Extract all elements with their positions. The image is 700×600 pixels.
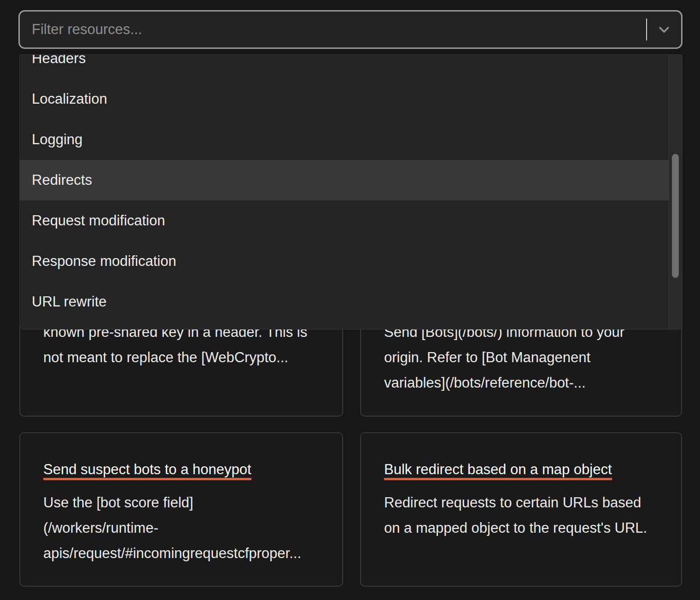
dropdown-option-headers[interactable]: Headers bbox=[20, 54, 669, 79]
card-body: Use the [bot score field] (/workers/runt… bbox=[43, 490, 328, 566]
dropdown-scrollbar-track[interactable] bbox=[669, 55, 682, 329]
filter-input[interactable] bbox=[20, 12, 681, 47]
input-divider bbox=[646, 18, 647, 41]
chevron-down-icon[interactable] bbox=[656, 22, 672, 37]
dropdown-option-url-rewrite[interactable]: URL rewrite bbox=[20, 282, 669, 322]
card-body-line: origin. Refer to [Bot Managenent bbox=[384, 345, 667, 370]
card-body: Send [Bots](/bots/) information to your … bbox=[384, 319, 667, 395]
resource-card-honeypot: Send suspect bots to a honeypot Use the … bbox=[19, 432, 343, 587]
bulk-redirect-card-title-link[interactable]: Bulk redirect based on a map object bbox=[384, 463, 612, 480]
filter-combobox bbox=[18, 10, 682, 49]
card-body-line: (/workers/runtime- bbox=[43, 515, 328, 541]
dropdown-option-request-modification[interactable]: Request modification bbox=[20, 200, 669, 241]
card-body: Redirect requests to certain URLs based … bbox=[384, 490, 667, 541]
resources-filter-page: known pre-shared key in a header. This i… bbox=[0, 0, 700, 600]
card-body-line: Redirect requests to certain URLs based bbox=[384, 490, 667, 515]
card-body-line: on a mapped object to the request's URL. bbox=[384, 515, 667, 541]
resource-card-bulk-redirect: Bulk redirect based on a map object Redi… bbox=[360, 432, 682, 587]
dropdown-option-redirects[interactable]: Redirects bbox=[20, 160, 669, 200]
dropdown-options-list: Headers Localization Logging Redirects R… bbox=[20, 54, 669, 322]
card-body-line: variables](/bots/reference/bot-... bbox=[384, 370, 667, 395]
card-body-line: apis/request/#incomingrequestcfproper... bbox=[43, 541, 328, 566]
honeypot-card-title-link[interactable]: Send suspect bots to a honeypot bbox=[43, 463, 251, 480]
card-body-line: Use the [bot score field] bbox=[43, 490, 328, 515]
dropdown-option-localization[interactable]: Localization bbox=[20, 79, 669, 119]
dropdown-scrollbar-thumb[interactable] bbox=[672, 154, 679, 278]
card-body-line: not meant to replace the [WebCrypto... bbox=[43, 345, 328, 370]
dropdown-option-logging[interactable]: Logging bbox=[20, 119, 669, 160]
card-title: Bulk redirect based on a map object bbox=[384, 463, 612, 480]
filter-dropdown-listbox: Headers Localization Logging Redirects R… bbox=[19, 54, 682, 329]
dropdown-option-response-modification[interactable]: Response modification bbox=[20, 241, 669, 282]
card-title: Send suspect bots to a honeypot bbox=[43, 463, 251, 480]
